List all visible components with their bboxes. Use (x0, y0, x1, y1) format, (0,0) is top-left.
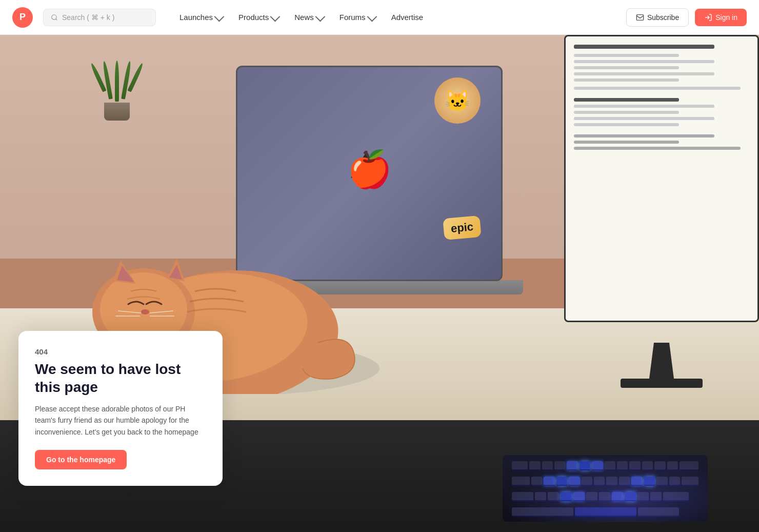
nav-right: Subscribe Sign in (626, 8, 747, 27)
nav-item-products[interactable]: Products (231, 9, 285, 26)
chevron-down-icon (214, 11, 225, 22)
site-logo[interactable]: P (12, 7, 33, 28)
monitor-screen (564, 35, 759, 322)
plant-leaf (115, 61, 119, 102)
nav-item-forums[interactable]: Forums (332, 9, 382, 26)
search-placeholder: Search ( ⌘ + k ) (62, 13, 114, 22)
nav-links: Launches Products News Forums Advertise (172, 9, 622, 26)
nav-item-advertise-label: Advertise (391, 13, 424, 22)
svg-point-8 (141, 309, 149, 314)
plant-leaf (121, 61, 132, 99)
nav-item-launches[interactable]: Launches (172, 9, 229, 26)
signin-icon (704, 13, 712, 22)
chevron-down-icon (315, 11, 325, 22)
plant-pot (104, 103, 130, 121)
chevron-down-icon (367, 11, 377, 22)
homepage-btn-label: Go to the homepage (46, 456, 115, 464)
nav-item-launches-label: Launches (179, 13, 213, 22)
go-to-homepage-button[interactable]: Go to the homepage (35, 450, 127, 469)
monitor-base (621, 379, 703, 388)
logo-letter: P (19, 12, 26, 23)
signin-label: Sign in (715, 13, 737, 22)
chevron-down-icon (270, 11, 281, 22)
hero-section: 🍎 🐱 epic (0, 35, 759, 532)
plant-leaf (102, 61, 113, 99)
subscribe-button[interactable]: Subscribe (626, 8, 689, 27)
keyboard (503, 455, 708, 522)
search-bar[interactable]: Search ( ⌘ + k ) (43, 9, 156, 26)
signin-button[interactable]: Sign in (695, 9, 747, 26)
navbar: P Search ( ⌘ + k ) Launches Products New… (0, 0, 759, 35)
email-icon (636, 13, 644, 22)
keyboard-glow (503, 455, 708, 522)
error-description: Please accept these adorable photos of o… (35, 403, 206, 438)
nav-item-news-label: News (294, 13, 314, 22)
nav-item-advertise[interactable]: Advertise (384, 9, 431, 26)
right-monitor (538, 35, 759, 353)
nav-item-products-label: Products (238, 13, 269, 22)
error-code: 404 (35, 347, 206, 356)
desk-plant (103, 61, 131, 121)
nav-item-forums-label: Forums (339, 13, 366, 22)
search-icon (51, 14, 58, 21)
svg-point-0 (52, 14, 56, 19)
subscribe-label: Subscribe (647, 13, 679, 22)
error-title: We seem to have lost this page (35, 360, 206, 396)
cat-sticker: 🐱 (434, 77, 481, 124)
error-card: 404 We seem to have lost this page Pleas… (18, 331, 223, 486)
nav-item-news[interactable]: News (287, 9, 330, 26)
svg-rect-1 (636, 14, 643, 20)
epic-sticker: epic (443, 215, 481, 240)
